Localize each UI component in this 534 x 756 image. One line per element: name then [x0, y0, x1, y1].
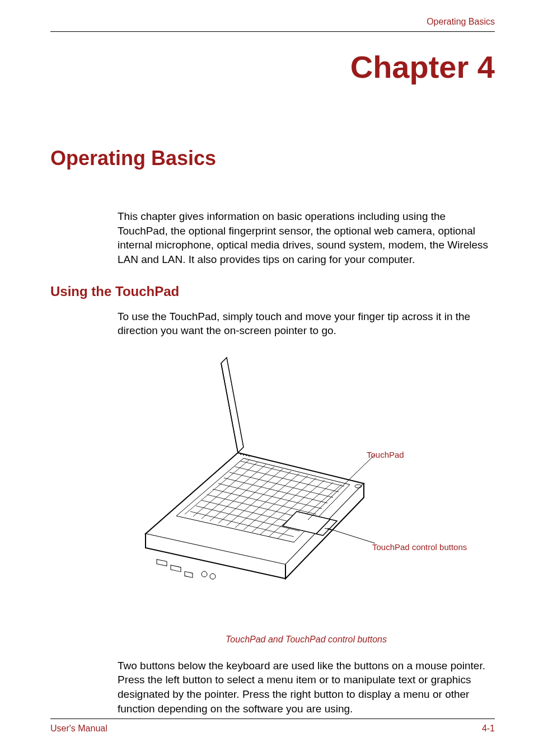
- footer-right: 4-1: [482, 724, 495, 734]
- subsection-body2: Two buttons below the keyboard are used …: [118, 659, 495, 716]
- svg-point-9: [249, 456, 250, 457]
- subsection-intro: To use the TouchPad, simply touch and mo…: [118, 309, 495, 338]
- laptop-illustration: [129, 355, 375, 607]
- header-row: Operating Basics: [50, 17, 495, 32]
- svg-point-3: [202, 571, 207, 577]
- svg-rect-0: [157, 559, 167, 566]
- svg-rect-1: [171, 565, 181, 572]
- svg-point-8: [246, 455, 247, 456]
- section-intro: This chapter gives information on basic …: [118, 209, 495, 267]
- subsection-title: Using the TouchPad: [50, 284, 495, 299]
- header-label: Operating Basics: [50, 17, 495, 27]
- page-footer: User's Manual 4-1: [50, 719, 495, 734]
- footer-left: User's Manual: [50, 724, 107, 734]
- callout-touchpad-label: TouchPad: [367, 450, 404, 459]
- chapter-title: Chapter 4: [50, 49, 495, 85]
- figure-container: TouchPad TouchPad control buttons: [118, 355, 495, 623]
- svg-point-7: [243, 454, 244, 456]
- svg-rect-2: [185, 571, 193, 577]
- callout-buttons-label: TouchPad control buttons: [372, 542, 467, 552]
- section-title: Operating Basics: [50, 147, 495, 170]
- svg-point-6: [240, 454, 241, 455]
- figure-caption: TouchPad and TouchPad control buttons: [118, 635, 495, 645]
- svg-point-4: [210, 574, 216, 579]
